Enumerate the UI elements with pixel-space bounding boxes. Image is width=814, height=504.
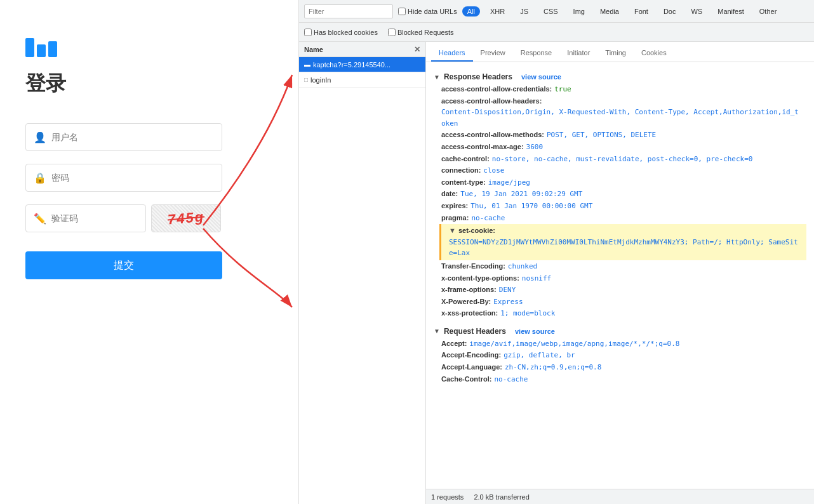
tab-initiator[interactable]: Initiator (559, 45, 597, 62)
username-field-container: 👤 (25, 123, 222, 151)
header-row-connection: connection: close (434, 165, 806, 176)
header-key-accept-encoding: Accept-Encoding: (441, 350, 501, 361)
has-blocked-cookies-text: Has blocked cookies (314, 29, 378, 36)
headers-content: ▼ Response Headers view source access-co… (426, 62, 814, 489)
tab-timing[interactable]: Timing (597, 45, 634, 62)
header-row-allow-credentials: access-control-allow-credentials: true (434, 84, 806, 95)
header-val-accept: image/avif,image/webp,image/apng,image/*… (469, 338, 679, 350)
captcha-field-container: ✏️ (25, 204, 146, 232)
header-key-cache-control: cache-control: (441, 154, 490, 165)
header-val-pragma: no-cache (471, 213, 505, 224)
logo-bar-3 (48, 41, 57, 57)
header-val-connection: close (483, 165, 504, 176)
has-blocked-cookies-label[interactable]: Has blocked cookies (304, 29, 378, 36)
header-val-cache-control: no-store, no-cache, must-revalidate, pos… (492, 154, 753, 165)
network-item-name-2: loginIn (310, 76, 420, 84)
close-detail-button[interactable]: ✕ (414, 45, 420, 54)
network-list-item-2[interactable]: □ loginIn (299, 72, 425, 88)
header-row-max-age: access-control-max-age: 3600 (434, 142, 806, 153)
blocked-requests-label[interactable]: Blocked Requests (388, 29, 454, 36)
filter-btn-xhr[interactable]: XHR (485, 6, 510, 17)
tab-headers[interactable]: Headers (431, 45, 473, 62)
response-view-source-link[interactable]: view source (521, 73, 561, 81)
header-key-connection: connection: (441, 165, 481, 176)
header-row-date: date: Tue, 19 Jan 2021 09:02:29 GMT (434, 189, 806, 200)
logo-bar-2 (37, 44, 46, 57)
header-val-date: Tue, 19 Jan 2021 09:02:29 GMT (460, 189, 582, 200)
tab-cookies[interactable]: Cookies (634, 45, 674, 62)
header-val-content-type: image/jpeg (488, 177, 530, 189)
network-body: Name ✕ ▬ kaptcha?r=5.29145540... □ login… (299, 42, 814, 504)
header-row-x-content-type-options: x-content-type-options: nosniff (434, 273, 806, 284)
filter-input[interactable] (304, 4, 393, 18)
logo-bar-1 (25, 38, 34, 57)
header-val-expires: Thu, 01 Jan 1970 00:00:00 GMT (470, 201, 592, 212)
header-row-x-xss-protection: x-xss-protection: 1; mode=block (434, 308, 806, 319)
header-row-transfer-encoding: Transfer-Encoding: chunked (434, 261, 806, 272)
header-val-transfer-encoding: chunked (508, 261, 537, 272)
header-val-cache-control-req: no-cache (494, 374, 528, 385)
response-headers-label: Response Headers (444, 72, 512, 81)
captcha-text: 745g (167, 209, 205, 229)
hide-data-urls-text: Hide data URLs (408, 8, 457, 15)
submit-button[interactable]: 提交 (25, 251, 222, 279)
network-list-item[interactable]: ▬ kaptcha?r=5.29145540... (299, 57, 425, 72)
captcha-edit-icon: ✏️ (34, 213, 46, 225)
user-icon: 👤 (34, 131, 46, 143)
network-list: Name ✕ ▬ kaptcha?r=5.29145540... □ login… (299, 42, 426, 504)
password-input[interactable] (51, 173, 214, 183)
username-input[interactable] (51, 132, 214, 142)
hide-data-urls-label[interactable]: Hide data URLs (398, 8, 457, 15)
header-row-accept-encoding: Accept-Encoding: gzip, deflate, br (434, 350, 806, 361)
captcha-row: ✏️ 745g (25, 204, 221, 232)
header-key-allow-headers: access-control-allow-headers: (441, 96, 542, 107)
filter-btn-other[interactable]: Other (754, 6, 782, 17)
header-val-allow-headers: Content-Disposition,Origin, X-Requested-… (441, 107, 799, 129)
set-cookie-triangle: ▼ (449, 225, 456, 237)
header-row-expires: expires: Thu, 01 Jan 1970 00:00:00 GMT (434, 201, 806, 212)
response-headers-triangle: ▼ (434, 74, 440, 81)
request-headers-label: Request Headers (444, 327, 506, 336)
filter-btn-img[interactable]: Img (568, 6, 590, 17)
header-val-allow-methods: POST, GET, OPTIONS, DELETE (547, 129, 656, 141)
header-key-allow-methods: access-control-allow-methods: (441, 129, 544, 141)
header-row-set-cookie: ▼ set-cookie: SESSION=NDYzZD1jMWYtMWVhZi… (439, 224, 806, 260)
header-val-accept-language: zh-CN,zh;q=0.9,en;q=0.8 (505, 362, 601, 373)
filter-btn-media[interactable]: Media (595, 6, 624, 17)
header-key-pragma: pragma: (441, 213, 469, 224)
devtools-panel: Hide data URLs All XHR JS CSS Img Media … (298, 0, 814, 504)
header-row-x-frame-options: x-frame-options: DENY (434, 284, 806, 296)
header-key-cache-control-req: Cache-Control: (441, 374, 491, 385)
filter-btn-manifest[interactable]: Manifest (712, 6, 749, 17)
captcha-input[interactable] (51, 213, 163, 223)
header-val-max-age: 3600 (526, 142, 544, 153)
blocked-requests-checkbox[interactable] (388, 29, 396, 36)
header-val-set-cookie: SESSION=NDYzZD1jMWYtMWVhZi00MWI0LThiNmEt… (449, 237, 799, 259)
response-headers-title: ▼ Response Headers view source (434, 72, 806, 81)
filter-btn-js[interactable]: JS (515, 6, 533, 17)
has-blocked-cookies-checkbox[interactable] (304, 29, 312, 36)
password-field-container: 🔒 (25, 164, 222, 192)
hide-data-urls-checkbox[interactable] (398, 8, 406, 15)
header-row-content-type: content-type: image/jpeg (434, 177, 806, 189)
captcha-image[interactable]: 745g (151, 204, 221, 232)
header-row-accept: Accept: image/avif,image/webp,image/apng… (434, 338, 806, 350)
header-key-content-type: content-type: (441, 177, 486, 189)
name-column-header: Name (304, 46, 323, 53)
lock-icon: 🔒 (34, 172, 46, 184)
header-row-x-powered-by: X-Powered-By: Express (434, 296, 806, 308)
tab-preview[interactable]: Preview (473, 45, 513, 62)
network-subtoolbar: Has blocked cookies Blocked Requests (299, 23, 814, 42)
header-key-allow-credentials: access-control-allow-credentials: (441, 84, 552, 95)
filter-btn-doc[interactable]: Doc (658, 6, 681, 17)
filter-btn-all[interactable]: All (462, 6, 480, 17)
blocked-requests-text: Blocked Requests (397, 29, 454, 36)
transfer-size: 2.0 kB transferred (474, 493, 529, 501)
network-statusbar: 1 requests 2.0 kB transferred (426, 489, 814, 504)
request-view-source-link[interactable]: view source (515, 328, 555, 335)
filter-btn-css[interactable]: CSS (538, 6, 563, 17)
filter-btn-font[interactable]: Font (629, 6, 653, 17)
filter-btn-ws[interactable]: WS (686, 6, 707, 17)
network-list-header: Name ✕ (299, 42, 425, 57)
tab-response[interactable]: Response (513, 45, 560, 62)
